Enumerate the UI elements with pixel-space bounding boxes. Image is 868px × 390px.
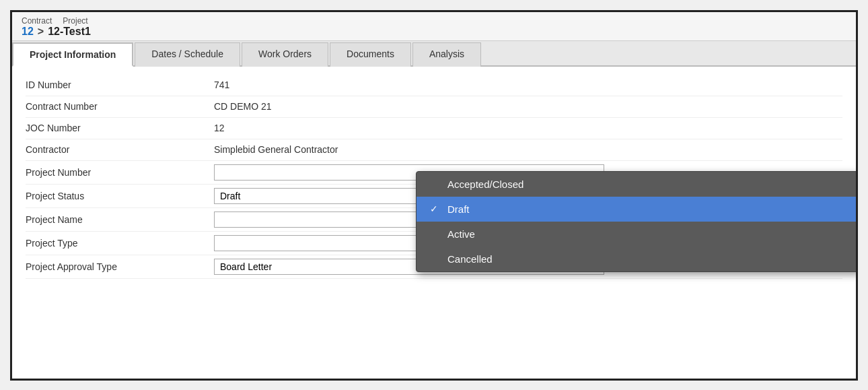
dropdown-label-cancelled: Cancelled	[447, 253, 493, 265]
label-project-approval-type: Project Approval Type	[26, 261, 214, 272]
breadcrumb: Contract Project 12 > 12-Test1	[12, 12, 856, 41]
dropdown-label-active: Active	[447, 228, 475, 240]
label-contract-number: Contract Number	[26, 101, 214, 112]
contract-label: Contract	[22, 16, 52, 26]
field-row-id-number: ID Number 741	[26, 75, 842, 96]
breadcrumb-top: Contract Project	[22, 16, 91, 26]
project-name-breadcrumb: 12-Test1	[48, 26, 91, 38]
label-project-status: Project Status	[26, 191, 214, 201]
value-contract-number: CD DEMO 21	[214, 101, 272, 112]
dropdown-label-draft: Draft	[447, 203, 470, 215]
label-joc-number: JOC Number	[26, 123, 214, 133]
label-contractor: Contractor	[26, 144, 214, 155]
tab-project-information[interactable]: Project Information	[12, 42, 133, 67]
breadcrumb-row: Contract Project 12 > 12-Test1	[22, 16, 91, 38]
tab-dates-schedule[interactable]: Dates / Schedule	[135, 42, 240, 67]
dropdown-item-cancelled[interactable]: Cancelled	[417, 247, 856, 271]
dropdown-item-draft[interactable]: ✓ Draft	[417, 197, 856, 222]
field-row-joc-number: JOC Number 12	[26, 118, 842, 139]
label-project-number: Project Number	[26, 167, 214, 178]
project-label: Project	[63, 16, 87, 26]
tab-work-orders[interactable]: Work Orders	[242, 42, 328, 67]
status-dropdown: Accepted/Closed ✓ Draft Active Cancelled	[416, 171, 856, 272]
tabs-bar: Project Information Dates / Schedule Wor…	[12, 41, 856, 67]
dropdown-label-accepted-closed: Accepted/Closed	[447, 178, 523, 190]
content-area: ID Number 741 Contract Number CD DEMO 21…	[12, 67, 856, 379]
dropdown-item-accepted-closed[interactable]: Accepted/Closed	[417, 172, 856, 197]
label-project-type: Project Type	[26, 238, 214, 249]
value-joc-number: 12	[214, 123, 225, 133]
label-id-number: ID Number	[26, 79, 214, 90]
value-contractor: Simplebid General Contractor	[214, 144, 338, 155]
main-container: Contract Project 12 > 12-Test1 Project I…	[10, 10, 858, 381]
field-row-contractor: Contractor Simplebid General Contractor	[26, 139, 842, 161]
dropdown-item-active[interactable]: Active	[417, 222, 856, 247]
tab-analysis[interactable]: Analysis	[412, 42, 481, 67]
contract-number-link[interactable]: 12	[22, 26, 34, 38]
value-id-number: 741	[214, 79, 229, 90]
label-project-name: Project Name	[26, 214, 214, 225]
tab-documents[interactable]: Documents	[330, 42, 411, 67]
breadcrumb-bottom: 12 > 12-Test1	[22, 26, 91, 38]
check-draft: ✓	[430, 203, 441, 214]
breadcrumb-arrow: >	[38, 26, 44, 38]
field-row-contract-number: Contract Number CD DEMO 21	[26, 96, 842, 118]
